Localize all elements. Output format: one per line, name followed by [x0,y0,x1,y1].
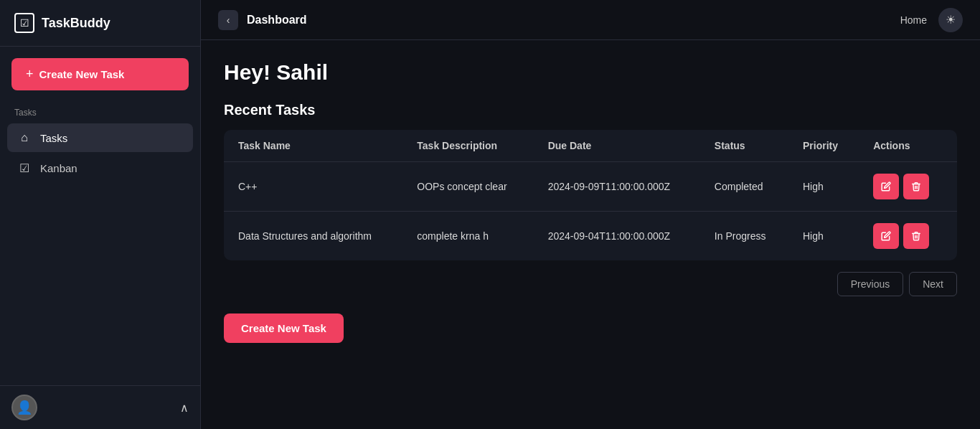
delete-button[interactable] [903,223,929,249]
bottom-create-task-button[interactable]: Create New Task [224,314,344,343]
sidebar-footer: 👤 ∧ [0,385,200,429]
topbar-left: ‹ Dashboard [218,10,307,30]
edit-button[interactable] [873,174,899,199]
home-link[interactable]: Home [900,14,927,26]
col-priority: Priority [788,130,859,162]
previous-button[interactable]: Previous [837,272,903,296]
kanban-icon: ☑ [17,161,32,175]
plus-icon: + [26,67,34,82]
col-status: Status [700,130,788,162]
sidebar-tasks-label: Tasks [40,132,67,144]
priority-cell: High [788,162,859,212]
chevron-up-icon[interactable]: ∧ [180,401,189,415]
edit-button[interactable] [873,223,899,249]
task-name-cell: C++ [224,162,402,212]
content-area: Hey! Sahil Recent Tasks Task Name Task D… [201,40,980,429]
pagination: Previous Next [224,272,957,296]
task-name-cell: Data Structures and algorithm [224,212,402,261]
sidebar-item-tasks[interactable]: ⌂ Tasks [7,123,193,152]
task-desc-cell: complete krna h [402,212,533,261]
topbar-title: Dashboard [247,14,307,27]
due-date-cell: 2024-09-04T11:00:00.000Z [534,212,700,261]
table-header: Task Name Task Description Due Date Stat… [224,130,957,162]
theme-toggle-button[interactable]: ☀ [938,8,963,32]
sidebar-item-kanban[interactable]: ☑ Kanban [7,154,193,182]
recent-tasks-title: Recent Tasks [224,102,957,118]
app-logo-icon: ☑ [14,13,34,33]
actions-cell [859,162,957,212]
tasks-section-label: Tasks [0,102,200,121]
collapse-icon: ‹ [227,14,230,26]
sidebar-logo: ☑ TaskBuddy [0,0,200,47]
col-due-date: Due Date [534,130,700,162]
bottom-create-task-label: Create New Task [241,322,326,334]
greeting-text: Hey! Sahil [224,60,957,85]
status-cell: In Progress [700,212,788,261]
status-cell: Completed [700,162,788,212]
col-task-name: Task Name [224,130,402,162]
topbar: ‹ Dashboard Home ☀ [201,0,980,40]
table-row: C++OOPs concept clear2024-09-09T11:00:00… [224,162,957,212]
delete-button[interactable] [903,174,929,199]
app-title: TaskBuddy [42,16,110,31]
sidebar-nav: ⌂ Tasks ☑ Kanban [0,121,200,185]
avatar: 👤 [11,395,37,420]
sidebar-kanban-label: Kanban [40,162,77,174]
next-button[interactable]: Next [909,272,957,296]
task-desc-cell: OOPs concept clear [402,162,533,212]
topbar-right: Home ☀ [900,8,963,32]
col-actions: Actions [859,130,957,162]
home-icon: ⌂ [17,131,32,145]
sun-icon: ☀ [946,13,956,27]
actions-cell [859,212,957,261]
tasks-table: Task Name Task Description Due Date Stat… [224,130,957,260]
sidebar-create-task-button[interactable]: + Create New Task [11,58,189,90]
avatar-icon: 👤 [17,400,32,415]
main-content: ‹ Dashboard Home ☀ Hey! Sahil Recent Tas… [201,0,980,429]
col-task-desc: Task Description [402,130,533,162]
table-row: Data Structures and algorithmcomplete kr… [224,212,957,261]
priority-cell: High [788,212,859,261]
collapse-sidebar-button[interactable]: ‹ [218,10,238,30]
avatar-section: 👤 [11,395,37,420]
create-task-label: Create New Task [39,68,125,80]
table-body: C++OOPs concept clear2024-09-09T11:00:00… [224,162,957,261]
due-date-cell: 2024-09-09T11:00:00.000Z [534,162,700,212]
sidebar: ☑ TaskBuddy + Create New Task Tasks ⌂ Ta… [0,0,201,429]
